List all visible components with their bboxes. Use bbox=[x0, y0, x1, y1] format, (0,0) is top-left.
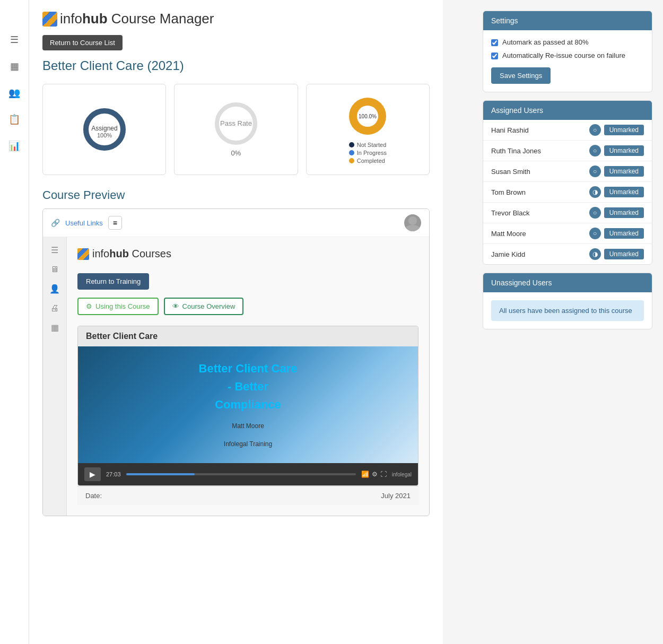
video-line1: Better Client Care bbox=[199, 362, 298, 376]
play-button[interactable]: ▶ bbox=[84, 467, 101, 481]
link-icon: 🔗 bbox=[51, 219, 60, 227]
infolegal-logo: infolegal bbox=[392, 472, 412, 477]
completion-percent: 100.0% bbox=[359, 114, 377, 119]
tab-using-course[interactable]: ⚙ Using this Course bbox=[77, 298, 159, 315]
preview-icon-print[interactable]: 🖨 bbox=[50, 303, 59, 313]
time-display: 27:03 bbox=[106, 471, 121, 477]
preview-icon-grid[interactable]: ▦ bbox=[51, 323, 59, 333]
preview-icon-screen[interactable]: 🖥 bbox=[50, 265, 59, 274]
right-panel: Settings Automark as passed at 80% Autom… bbox=[483, 11, 652, 329]
main-sidebar: ☰ ▦ 👥 📋 📊 bbox=[0, 0, 29, 644]
app-logo: infohub Course Manager bbox=[42, 11, 214, 27]
courses-title-text: infohub Courses bbox=[92, 248, 171, 260]
date-value: July 2021 bbox=[381, 492, 411, 500]
status-icon: ○ bbox=[589, 228, 601, 239]
return-to-list-button[interactable]: Return to Course List bbox=[42, 35, 123, 50]
video-section: Better Client Care Better Client Care - … bbox=[77, 326, 418, 486]
preview-body: ☰ 🖥 👤 🖨 ▦ infohub Courses Retur bbox=[43, 237, 429, 516]
user-name: Tom Brown bbox=[491, 188, 589, 196]
settings-panel: Settings Automark as passed at 80% Autom… bbox=[483, 11, 652, 92]
user-row: Matt Moore ○ Unmarked bbox=[483, 223, 652, 244]
legend-in-progress: In Progress bbox=[349, 150, 387, 156]
courses-logo-icon bbox=[77, 248, 89, 260]
preview-icon-menu[interactable]: ☰ bbox=[51, 245, 58, 255]
user-status: ○ Unmarked bbox=[589, 166, 644, 177]
assigned-users-header: Assigned Users bbox=[483, 101, 652, 120]
video-text-overlay: Better Client Care - Better Compliance M… bbox=[188, 351, 308, 458]
instructor-name: Matt Moore bbox=[199, 422, 298, 430]
app-header: infohub Course Manager bbox=[42, 11, 430, 27]
not-started-label: Not Started bbox=[357, 142, 387, 148]
status-label: Unmarked bbox=[604, 166, 644, 177]
status-label: Unmarked bbox=[604, 207, 644, 218]
preview-sidebar: ☰ 🖥 👤 🖨 ▦ bbox=[43, 237, 67, 516]
status-label: Unmarked bbox=[604, 125, 644, 135]
completion-pie-svg: 100.0% bbox=[346, 95, 389, 137]
pass-rate-stat-card: Pass Rate 0% bbox=[174, 84, 298, 175]
users-list: Hani Rashid ○ Unmarked Ruth Tina Jones ○… bbox=[483, 120, 652, 264]
pass-rate-circle: Pass Rate bbox=[215, 102, 257, 145]
sidebar-icon-users[interactable]: 👥 bbox=[6, 85, 22, 101]
user-status: ○ Unmarked bbox=[589, 145, 644, 156]
sidebar-icon-menu[interactable]: ☰ bbox=[6, 32, 22, 48]
legend-completed: Completed bbox=[349, 158, 387, 164]
course-preview-frame: 🔗 Useful Links ≡ ☰ 🖥 👤 bbox=[42, 208, 430, 516]
logo-info: info bbox=[60, 11, 82, 27]
sidebar-icon-courses[interactable]: 📋 bbox=[6, 111, 22, 127]
assigned-users-panel: Assigned Users Hani Rashid ○ Unmarked Ru… bbox=[483, 100, 652, 265]
completion-pie: 100.0% Not Started In Progress bbox=[346, 95, 389, 164]
assigned-stat-card: Assigned 100% bbox=[42, 84, 166, 175]
fullscreen-icon[interactable]: ⛶ bbox=[380, 471, 387, 478]
svg-point-5 bbox=[405, 225, 420, 231]
status-icon: ◑ bbox=[589, 186, 601, 198]
hamburger-button[interactable]: ≡ bbox=[108, 216, 122, 230]
pass-rate-label: Pass Rate bbox=[220, 119, 252, 127]
title-text: Course Manager bbox=[111, 11, 214, 27]
status-label: Unmarked bbox=[604, 228, 644, 239]
user-status: ○ Unmarked bbox=[589, 124, 644, 136]
settings-icon[interactable]: ⚙ bbox=[372, 471, 378, 478]
video-line2: - Better bbox=[199, 380, 298, 394]
app-title: infohub Course Manager bbox=[60, 11, 214, 27]
user-row: Susan Smith ○ Unmarked bbox=[483, 161, 652, 182]
preview-nav-left: 🔗 Useful Links ≡ bbox=[51, 216, 122, 230]
user-name: Jamie Kidd bbox=[491, 250, 589, 258]
settings-header: Settings bbox=[483, 11, 652, 30]
user-name: Susan Smith bbox=[491, 168, 589, 176]
sidebar-icon-reports[interactable]: 📊 bbox=[6, 138, 22, 154]
unassigned-users-panel: Unassigned Users All users have been ass… bbox=[483, 273, 652, 329]
control-icons: 📶 ⚙ ⛶ bbox=[361, 471, 387, 478]
status-icon: ○ bbox=[589, 207, 601, 219]
courses-label: Courses bbox=[132, 248, 171, 259]
save-settings-button[interactable]: Save Settings bbox=[491, 67, 551, 84]
date-label: Date: bbox=[85, 492, 102, 500]
automark-checkbox[interactable] bbox=[491, 39, 498, 46]
preview-icon-figure[interactable]: 👤 bbox=[49, 284, 60, 294]
user-avatar[interactable] bbox=[404, 214, 421, 231]
video-line3: Compliance bbox=[199, 398, 298, 412]
preview-nav: 🔗 Useful Links ≡ bbox=[43, 209, 429, 237]
reissue-checkbox[interactable] bbox=[491, 53, 498, 59]
useful-links-text[interactable]: Useful Links bbox=[65, 219, 103, 227]
return-to-training-button[interactable]: Return to Training bbox=[77, 273, 149, 290]
date-bar: Date: July 2021 bbox=[77, 486, 418, 505]
user-name: Matt Moore bbox=[491, 230, 589, 238]
status-label: Unmarked bbox=[604, 145, 644, 156]
video-controls[interactable]: ▶ 27:03 📶 ⚙ ⛶ infolegal bbox=[78, 463, 418, 485]
in-progress-dot bbox=[349, 150, 354, 155]
volume-icon[interactable]: 📶 bbox=[361, 471, 369, 478]
unassigned-users-header: Unassigned Users bbox=[483, 273, 652, 292]
sidebar-icon-dashboard[interactable]: ▦ bbox=[6, 58, 22, 74]
in-progress-label: In Progress bbox=[357, 150, 387, 156]
course-tabs: ⚙ Using this Course 👁 Course Overview bbox=[77, 298, 418, 315]
tab-course-overview[interactable]: 👁 Course Overview bbox=[164, 298, 244, 315]
user-name: Ruth Tina Jones bbox=[491, 147, 589, 155]
progress-bar[interactable] bbox=[126, 473, 356, 475]
courses-info: info bbox=[92, 248, 109, 259]
using-course-icon: ⚙ bbox=[86, 302, 92, 310]
user-status: ◑ Unmarked bbox=[589, 248, 644, 260]
video-thumbnail: Better Client Care - Better Compliance M… bbox=[78, 346, 418, 463]
user-status: ○ Unmarked bbox=[589, 228, 644, 239]
preview-main: infohub Courses Return to Training ⚙ Usi… bbox=[67, 237, 429, 516]
instructor-org: Infolegal Training bbox=[199, 440, 298, 448]
